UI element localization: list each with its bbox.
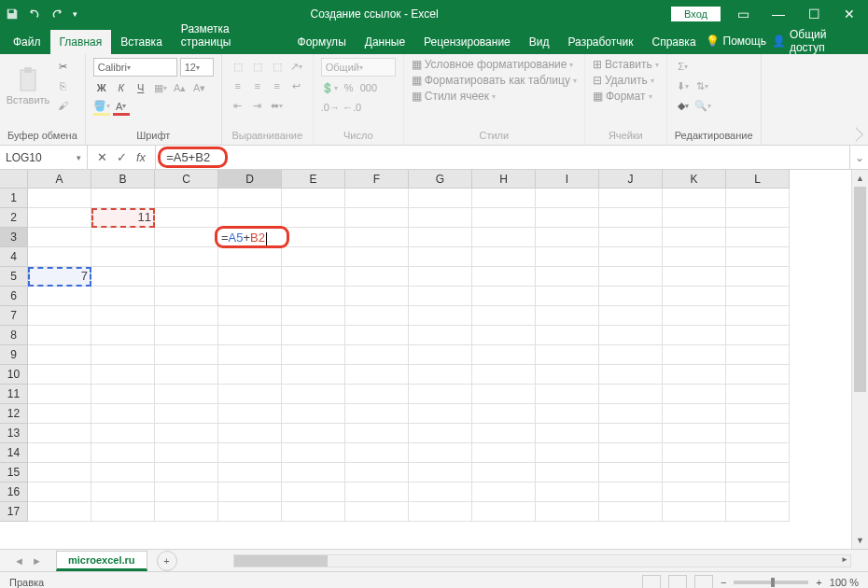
tab-developer[interactable]: Разработчик: [559, 30, 643, 54]
login-button[interactable]: Вход: [671, 7, 721, 21]
align-middle-icon[interactable]: ⬚: [249, 58, 266, 75]
row-header[interactable]: 2: [0, 208, 28, 228]
hscroll-thumb[interactable]: [234, 555, 328, 567]
col-header[interactable]: F: [345, 170, 409, 189]
copy-icon[interactable]: ⎘: [54, 77, 71, 94]
row-header[interactable]: 1: [0, 189, 28, 208]
row-header[interactable]: 10: [0, 365, 28, 385]
find-select-icon[interactable]: 🔍: [694, 97, 711, 114]
tab-file[interactable]: Файл: [4, 30, 50, 54]
col-header[interactable]: I: [536, 170, 599, 189]
ribbon-options-icon[interactable]: ▭: [730, 7, 756, 21]
percent-format-icon[interactable]: %: [341, 79, 357, 96]
tab-formulas[interactable]: Формулы: [288, 30, 356, 54]
row-header[interactable]: 14: [0, 443, 28, 463]
scroll-up-icon[interactable]: ▲: [852, 170, 868, 187]
accounting-format-icon[interactable]: 💲: [321, 79, 338, 96]
fill-icon[interactable]: ⬇: [675, 77, 692, 94]
tell-me-button[interactable]: 💡Помощь: [706, 35, 766, 48]
name-box-dropdown-icon[interactable]: ▾: [77, 153, 81, 162]
underline-button[interactable]: Ч: [133, 79, 149, 96]
tab-help[interactable]: Справка: [642, 30, 705, 54]
fill-color-button[interactable]: 🪣: [93, 99, 110, 116]
col-header[interactable]: C: [155, 170, 218, 189]
clear-icon[interactable]: ◆: [675, 97, 692, 114]
row-header[interactable]: 11: [0, 385, 28, 404]
row-header[interactable]: 12: [0, 404, 28, 424]
row-header[interactable]: 7: [0, 306, 28, 326]
tab-page-layout[interactable]: Разметка страницы: [172, 17, 288, 54]
row-header[interactable]: 13: [0, 424, 28, 443]
page-layout-view-icon[interactable]: [668, 575, 687, 589]
font-name-combo[interactable]: Calibri: [93, 58, 177, 77]
format-painter-icon[interactable]: 🖌: [54, 97, 71, 114]
increase-indent-icon[interactable]: ⇥: [249, 97, 266, 114]
format-as-table-button[interactable]: ▦Форматировать как таблицу: [412, 74, 577, 87]
zoom-slider[interactable]: [734, 581, 808, 584]
share-button[interactable]: 👤Общий доступ: [772, 28, 859, 54]
decrease-decimal-icon[interactable]: ←.0: [343, 99, 361, 116]
cell-a5[interactable]: 7: [28, 267, 91, 287]
font-size-combo[interactable]: 12: [180, 58, 214, 77]
tab-data[interactable]: Данные: [356, 30, 414, 54]
row-header[interactable]: 9: [0, 345, 28, 365]
new-sheet-button[interactable]: +: [157, 551, 177, 571]
col-header[interactable]: A: [28, 170, 91, 189]
col-header[interactable]: H: [472, 170, 536, 189]
redo-icon[interactable]: [50, 7, 63, 21]
decrease-font-icon[interactable]: A▾: [191, 79, 208, 96]
align-bottom-icon[interactable]: ⬚: [269, 58, 286, 75]
row-header[interactable]: 16: [0, 483, 28, 502]
row-header[interactable]: 4: [0, 247, 28, 267]
font-color-button[interactable]: A: [113, 99, 130, 116]
zoom-out-icon[interactable]: −: [721, 577, 726, 588]
cancel-formula-icon[interactable]: ✕: [97, 150, 107, 164]
col-header[interactable]: L: [726, 170, 790, 189]
tab-insert[interactable]: Вставка: [111, 30, 172, 54]
col-header[interactable]: G: [409, 170, 472, 189]
row-header[interactable]: 17: [0, 502, 28, 522]
autosum-icon[interactable]: Σ: [675, 58, 692, 75]
wrap-text-icon[interactable]: ↩: [288, 77, 305, 94]
align-top-icon[interactable]: ⬚: [230, 58, 246, 75]
sheet-tab[interactable]: microexcel.ru: [56, 551, 147, 571]
increase-font-icon[interactable]: A▴: [172, 79, 189, 96]
undo-icon[interactable]: [28, 7, 41, 21]
name-box[interactable]: LOG10 ▾: [0, 146, 88, 169]
bold-button[interactable]: Ж: [93, 79, 110, 96]
zoom-level[interactable]: 100 %: [830, 577, 859, 588]
horizontal-scrollbar[interactable]: ◄ ►: [233, 554, 851, 567]
formula-input[interactable]: =A5+B2: [156, 146, 849, 169]
col-header[interactable]: B: [91, 170, 155, 189]
align-left-icon[interactable]: ≡: [230, 77, 246, 94]
col-header[interactable]: K: [663, 170, 726, 189]
sort-filter-icon[interactable]: ⇅: [694, 77, 711, 94]
scroll-down-icon[interactable]: ▼: [852, 532, 868, 549]
vertical-scrollbar[interactable]: ▲ ▼: [851, 170, 868, 549]
enter-formula-icon[interactable]: ✓: [117, 150, 127, 164]
cell-b2[interactable]: 11: [91, 208, 155, 228]
row-header[interactable]: 6: [0, 287, 28, 306]
cell-styles-button[interactable]: ▦Стили ячеек: [412, 90, 496, 103]
select-all-corner[interactable]: [0, 170, 28, 189]
italic-button[interactable]: К: [113, 79, 130, 96]
save-icon[interactable]: [6, 7, 19, 21]
border-button[interactable]: ▦: [152, 79, 169, 96]
row-header[interactable]: 8: [0, 326, 28, 345]
normal-view-icon[interactable]: [642, 575, 661, 589]
align-right-icon[interactable]: ≡: [269, 77, 286, 94]
increase-decimal-icon[interactable]: .0→: [321, 99, 340, 116]
page-break-view-icon[interactable]: [694, 575, 713, 589]
col-header[interactable]: D: [218, 170, 282, 189]
format-cells-button[interactable]: ▦Формат: [593, 90, 652, 103]
active-cell-d3[interactable]: =A5+B2: [215, 226, 289, 248]
align-center-icon[interactable]: ≡: [249, 77, 266, 94]
minimize-icon[interactable]: —: [765, 7, 791, 21]
sheet-nav-next-icon[interactable]: ►: [32, 555, 42, 567]
number-format-combo[interactable]: Общий: [321, 58, 396, 77]
cells-area[interactable]: /*rows generated below statically*/ 11 7…: [28, 189, 851, 549]
paste-button[interactable]: Вставить: [7, 58, 49, 114]
tab-view[interactable]: Вид: [520, 30, 559, 54]
decrease-indent-icon[interactable]: ⇤: [230, 97, 246, 114]
col-header[interactable]: J: [599, 170, 663, 189]
